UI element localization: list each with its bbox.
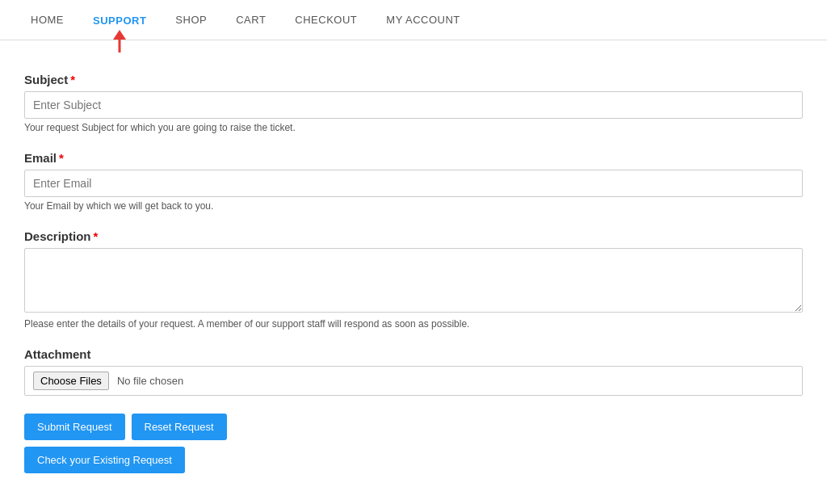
email-required-star: *	[59, 151, 64, 165]
nav-item-support[interactable]: SUPPORT	[78, 15, 161, 27]
subject-required-star: *	[70, 73, 75, 86]
email-group: Email* Your Email by which we will get b…	[24, 151, 803, 212]
subject-input[interactable]	[24, 91, 803, 119]
email-input[interactable]	[24, 170, 803, 197]
form-buttons-row: Submit Request Reset Request	[24, 414, 803, 440]
check-existing-request-button[interactable]: Check your Existing Request	[24, 447, 185, 473]
main-nav: HOME SUPPORT SHOP CART CHECKOUT MY ACCOU…	[0, 0, 827, 40]
check-existing-row: Check your Existing Request	[24, 447, 803, 473]
attachment-group: Attachment Choose Files No file chosen	[24, 347, 803, 396]
file-input-wrapper: Choose Files No file chosen	[24, 366, 803, 396]
description-label: Description*	[24, 229, 803, 243]
no-file-chosen-text: No file chosen	[117, 375, 183, 387]
email-hint: Your Email by which we will get back to …	[24, 200, 803, 212]
subject-label: Subject*	[24, 73, 803, 86]
email-label: Email*	[24, 151, 803, 165]
nav-item-shop[interactable]: SHOP	[161, 14, 221, 26]
support-arrow-icon	[108, 28, 131, 54]
nav-item-my-account[interactable]: MY ACCOUNT	[372, 14, 474, 26]
nav-item-checkout[interactable]: CHECKOUT	[280, 14, 372, 26]
description-textarea[interactable]	[24, 248, 803, 313]
subject-group: Subject* Your request Subject for which …	[24, 73, 803, 133]
attachment-label: Attachment	[24, 347, 803, 361]
submit-request-button[interactable]: Submit Request	[24, 414, 125, 440]
choose-files-button[interactable]: Choose Files	[33, 372, 109, 390]
description-hint: Please enter the details of your request…	[24, 318, 803, 330]
svg-marker-1	[113, 30, 126, 40]
support-form-page: Subject* Your request Subject for which …	[0, 40, 827, 498]
nav-item-cart[interactable]: CART	[221, 14, 280, 26]
description-required-star: *	[94, 229, 99, 243]
nav-item-home[interactable]: HOME	[16, 14, 78, 26]
description-group: Description* Please enter the details of…	[24, 229, 803, 330]
reset-request-button[interactable]: Reset Request	[132, 414, 227, 440]
subject-hint: Your request Subject for which you are g…	[24, 122, 803, 133]
